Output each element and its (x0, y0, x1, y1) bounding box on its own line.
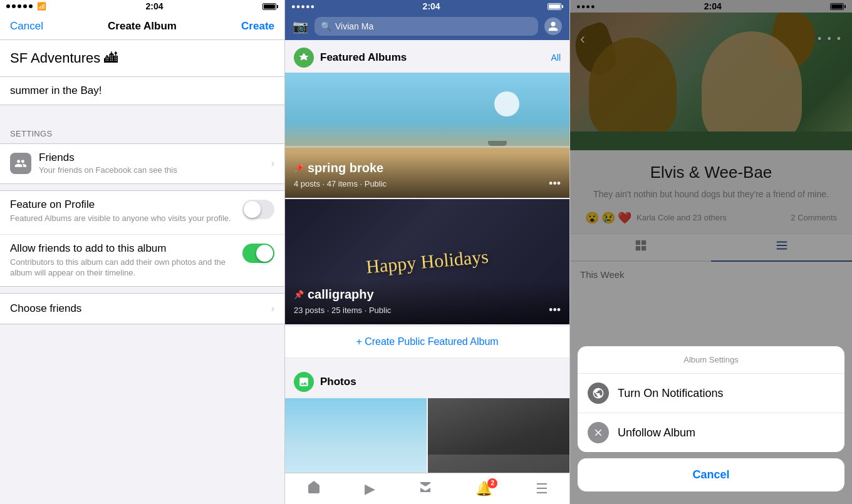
battery-p2 (548, 3, 563, 10)
featured-albums-icon (294, 48, 314, 68)
camera-icon[interactable]: 📷 (293, 19, 308, 34)
calligraphy-label: calligraphy (308, 287, 374, 302)
featured-albums-panel: ●●●●● 2:04 📷 🔍 Vivian Ma Featur (285, 0, 570, 504)
calligraphy-visual-text: Happy Holidays (365, 246, 489, 278)
bottom-navigation: ▶ 🔔 2 ☰ (285, 473, 569, 504)
signal-dots: 📶 (6, 2, 46, 11)
calligraphy-meta: 23 posts · 25 items · Public ••• (294, 304, 561, 317)
nav-marketplace[interactable] (418, 480, 433, 498)
privacy-title: Friends (39, 152, 266, 164)
choose-friends-chevron: › (271, 303, 274, 314)
wifi-icon-p1: 📶 (37, 2, 46, 11)
album-name-text: SF Adventures (10, 50, 100, 66)
globe-icon (588, 383, 609, 404)
album-emoji: 🏙 (104, 50, 118, 66)
create-public-album-label: + Create Public Featured Album (356, 336, 498, 347)
nav-menu[interactable]: ☰ (536, 481, 548, 497)
battery-p1 (262, 3, 278, 10)
calligraphy-overlay: 📌 calligraphy 23 posts · 25 items · Publ… (285, 280, 569, 324)
feature-profile-toggle[interactable] (242, 200, 274, 219)
nav-notifications[interactable]: 🔔 2 (475, 481, 492, 497)
feature-profile-content: Feature on Profile Featured Albums are v… (10, 198, 235, 224)
p2-search-navbar: 📷 🔍 Vivian Ma (285, 13, 569, 40)
status-bar-p2: ●●●●● 2:04 (285, 0, 569, 13)
spring-broke-name: 📌 spring broke (294, 161, 561, 175)
album-description[interactable]: summer in the Bay! (10, 85, 274, 97)
privacy-content: Friends Your friends on Facebook can see… (39, 152, 266, 176)
modal-cancel-button[interactable]: Cancel (578, 458, 844, 491)
status-bar-p1: 📶 2:04 (0, 0, 284, 13)
album-description-section: summer in the Bay! (0, 77, 284, 105)
search-icon: 🔍 (321, 21, 331, 31)
featured-albums-header: Featured Albums All (285, 40, 569, 73)
create-album-panel: 📶 2:04 Cancel Create Album Create SF Adv… (0, 0, 285, 504)
chevron-right-icon: › (271, 158, 274, 169)
turn-on-notifications-item[interactable]: Turn On Notifications (578, 374, 844, 413)
allow-friends-content: Allow friends to add to this album Contr… (10, 242, 235, 279)
turn-on-notifications-label: Turn On Notifications (618, 387, 723, 400)
feed-icon (306, 480, 321, 498)
toggle-group: Feature on Profile Featured Albums are v… (0, 190, 284, 287)
modal-title: Album Settings (578, 346, 844, 374)
create-public-album-button[interactable]: + Create Public Featured Album (285, 326, 569, 358)
album-name[interactable]: SF Adventures 🏙 (10, 50, 274, 66)
unfollow-album-item[interactable]: Unfollow Album (578, 413, 844, 452)
album-settings-modal: Album Settings Turn On Notifications (570, 0, 852, 504)
menu-icon: ☰ (536, 481, 548, 497)
photos-grid (285, 398, 569, 473)
pin-icon-calligraphy: 📌 (294, 290, 304, 299)
toggle-thumb (244, 201, 261, 218)
calligraphy-album-card[interactable]: Happy Holidays 📌 calligraphy 23 posts · … (285, 199, 569, 324)
create-album-title: Create Album (108, 20, 177, 33)
calligraphy-name: 📌 calligraphy (294, 287, 561, 302)
photos-icon (294, 372, 314, 392)
allow-friends-toggle[interactable] (242, 244, 274, 263)
spring-broke-details: 4 posts · 47 items · Public (294, 179, 387, 188)
spring-broke-overlay: 📌 spring broke 4 posts · 47 items · Publ… (285, 153, 569, 198)
spring-broke-album-card[interactable]: 📌 spring broke 4 posts · 47 items · Publ… (285, 73, 569, 198)
featured-albums-title: Featured Albums (320, 51, 551, 64)
allow-friends-title: Allow friends to add to this album (10, 242, 235, 255)
create-button[interactable]: Create (241, 20, 274, 33)
photo-thumb-2[interactable] (428, 398, 569, 473)
video-icon: ▶ (365, 481, 375, 497)
feature-profile-row: Feature on Profile Featured Albums are v… (0, 191, 284, 235)
user-avatar[interactable] (544, 18, 562, 35)
sun-shape (494, 91, 519, 116)
modal-cancel-label: Cancel (692, 468, 729, 481)
marketplace-icon (418, 480, 433, 498)
nav-feed[interactable] (306, 480, 321, 498)
modal-sheet: Album Settings Turn On Notifications (570, 346, 852, 504)
search-bar[interactable]: 🔍 Vivian Ma (314, 17, 538, 36)
settings-section: SETTINGS Friends Your friends on Faceboo… (0, 124, 284, 324)
signal-p2: ●●●●● (291, 3, 315, 10)
spring-broke-label: spring broke (308, 161, 383, 175)
friends-icon (10, 153, 31, 174)
privacy-subtitle: Your friends on Facebook can see this (39, 165, 266, 176)
spring-broke-meta: 4 posts · 47 items · Public ••• (294, 177, 561, 190)
feature-profile-title: Feature on Profile (10, 198, 235, 211)
settings-header: SETTINGS (0, 124, 284, 143)
calligraphy-details: 23 posts · 25 items · Public (294, 306, 391, 315)
boat-shape (488, 141, 507, 146)
featured-albums-all[interactable]: All (551, 53, 561, 63)
time-p2: 2:04 (423, 1, 440, 11)
unfollow-album-label: Unfollow Album (618, 426, 695, 440)
privacy-group: Friends Your friends on Facebook can see… (0, 143, 284, 184)
nav-video[interactable]: ▶ (365, 481, 375, 497)
cancel-button[interactable]: Cancel (10, 20, 43, 33)
calligraphy-more-btn[interactable]: ••• (549, 304, 561, 317)
feature-profile-subtitle: Featured Albums are visible to anyone wh… (10, 213, 235, 224)
notification-badge: 2 (487, 478, 497, 488)
choose-friends-row[interactable]: Choose friends › (0, 293, 284, 324)
privacy-row[interactable]: Friends Your friends on Facebook can see… (0, 144, 284, 183)
p2-content: Featured Albums All 📌 spring broke 4 pos… (285, 40, 569, 473)
photos-section: Photos (285, 366, 569, 473)
modal-card: Album Settings Turn On Notifications (578, 346, 844, 452)
spring-broke-more-btn[interactable]: ••• (549, 177, 561, 190)
photo-thumb-1[interactable] (285, 398, 427, 473)
photos-header: Photos (285, 366, 569, 398)
album-detail-panel: ●●●● 2:04 ‹ • • • Elvis & Wee-Bae They a… (570, 0, 852, 504)
album-name-section: SF Adventures 🏙 (0, 40, 284, 77)
toggle-thumb-on (256, 245, 273, 262)
